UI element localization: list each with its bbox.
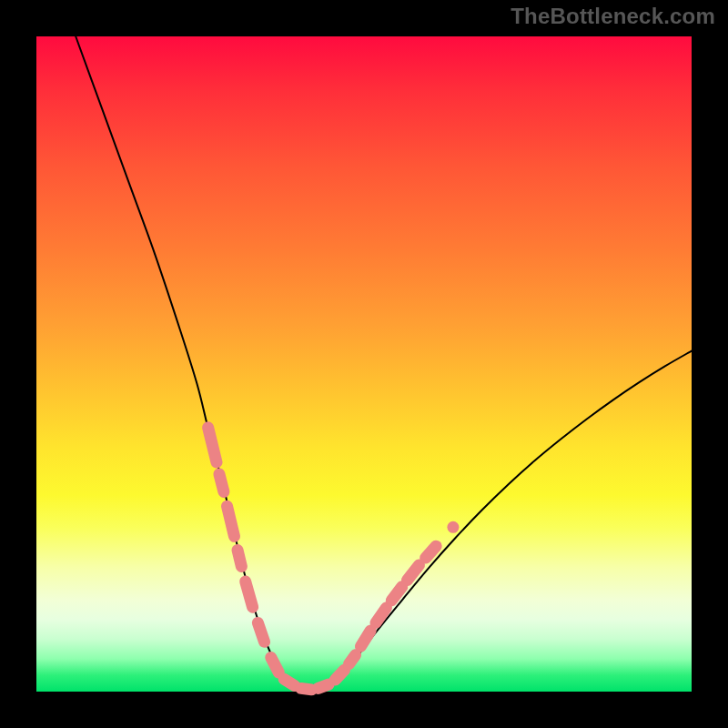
gradient-plot-area bbox=[36, 36, 692, 692]
curve-markers bbox=[208, 428, 460, 690]
marker-segment bbox=[238, 550, 241, 566]
marker-segment bbox=[391, 587, 402, 601]
bottleneck-curve bbox=[76, 36, 692, 690]
marker-dot bbox=[447, 521, 459, 533]
marker-segment bbox=[208, 428, 217, 462]
marker-segment bbox=[271, 658, 279, 673]
marker-segment bbox=[228, 506, 235, 536]
marker-segment bbox=[335, 670, 344, 680]
app-frame: TheBottleneck.com bbox=[0, 0, 728, 728]
watermark-text: TheBottleneck.com bbox=[511, 4, 715, 29]
marker-segment bbox=[349, 655, 355, 664]
marker-segment bbox=[360, 631, 370, 646]
marker-segment bbox=[426, 546, 437, 558]
marker-segment bbox=[284, 679, 295, 685]
marker-segment bbox=[301, 688, 312, 689]
marker-segment bbox=[246, 581, 253, 607]
marker-segment bbox=[318, 684, 329, 688]
marker-segment bbox=[219, 474, 224, 491]
marker-segment bbox=[408, 565, 420, 581]
marker-segment bbox=[258, 622, 264, 642]
curve-layer bbox=[36, 36, 692, 692]
